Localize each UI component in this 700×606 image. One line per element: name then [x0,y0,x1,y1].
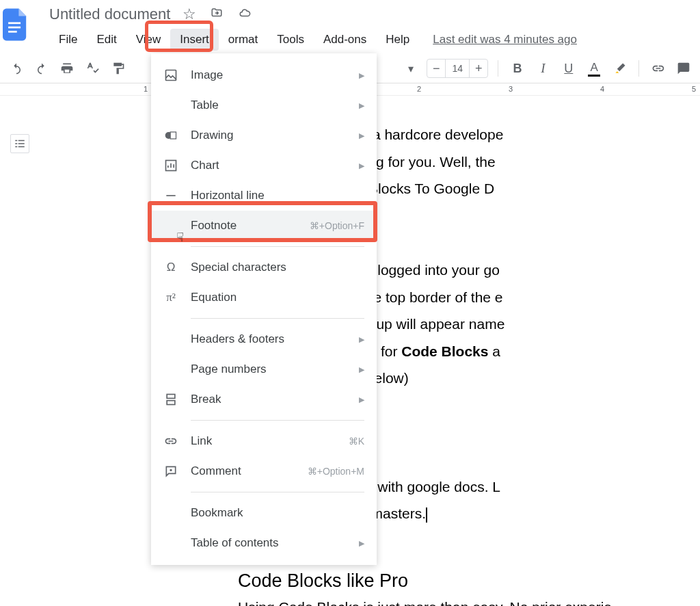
body-text: Using Code Blocks is just more than easy… [238,599,612,606]
submenu-arrow-icon: ▶ [359,101,364,110]
menu-item-comment[interactable]: Comment ⌘+Option+M [151,456,377,486]
svg-rect-14 [167,395,175,399]
document-title[interactable]: Untitled document [49,5,170,23]
bold-button[interactable]: B [508,59,526,78]
text-color-button[interactable]: A [585,59,604,78]
move-icon[interactable] [210,5,224,23]
menu-edit[interactable]: Edit [87,29,126,51]
menu-separator [191,246,364,247]
header: Untitled document ☆ File Edit View Inser… [0,0,700,51]
chart-icon [163,158,178,173]
page-numbers-icon [163,362,178,377]
menu-item-table-of-contents[interactable]: Table of contents ▶ [151,528,377,558]
menu-label: Page numbers [191,363,347,376]
star-icon[interactable]: ☆ [183,5,196,23]
underline-button[interactable]: U [559,59,578,78]
submenu-arrow-icon: ▶ [359,365,364,374]
font-size-increase[interactable]: + [470,60,487,77]
menu-label: Comment [191,464,295,478]
insert-link-button[interactable] [649,59,667,78]
svg-rect-0 [8,22,21,24]
menu-item-bookmark[interactable]: Bookmark [151,498,377,528]
font-size-decrease[interactable]: − [427,60,445,77]
menu-label: Equation [191,291,364,304]
paint-format-button[interactable] [109,59,128,78]
undo-button[interactable] [7,59,25,78]
menu-file[interactable]: File [49,29,87,51]
menu-item-headers-footers[interactable]: Headers & footers ▶ [151,324,377,354]
svg-rect-15 [167,401,175,405]
shortcut-text: ⌘+Option+M [308,466,364,477]
submenu-arrow-icon: ▶ [359,395,364,404]
menu-separator [191,420,364,421]
menu-label: Break [191,393,347,406]
ruler-mark-1: 1 [144,85,148,93]
submenu-arrow-icon: ▶ [359,539,364,548]
bookmark-icon [163,505,178,521]
comment-icon [163,464,178,479]
spellcheck-button[interactable] [83,59,102,78]
menu-item-chart[interactable]: Chart ▶ [151,150,377,181]
omega-icon: Ω [163,260,178,275]
font-size-value[interactable]: 14 [445,60,470,77]
menu-addons[interactable]: Add-ons [314,29,376,51]
menu-item-break[interactable]: Break ▶ [151,384,377,414]
print-button[interactable] [58,59,77,78]
toc-icon [163,536,178,551]
equation-icon: π² [163,290,178,305]
menu-format[interactable]: ormat [219,29,267,51]
menu-label: Image [191,68,347,82]
menu-insert[interactable]: Insert [170,29,219,51]
italic-button[interactable]: I [534,59,552,78]
menu-label: Chart [191,159,347,172]
menu-label: Table [191,98,347,112]
cloud-icon[interactable] [237,5,252,23]
svg-rect-3 [15,140,17,142]
ruler-mark-4: 4 [600,85,604,93]
highlight-button[interactable] [610,59,629,78]
font-size-group: − 14 + [427,59,488,78]
image-icon [163,68,178,83]
title-area: Untitled document ☆ File Edit View Inser… [30,1,700,51]
outline-icon[interactable] [10,134,29,153]
menu-item-equation[interactable]: π² Equation [151,282,377,313]
headers-icon [163,332,178,347]
menu-label: Table of contents [191,536,347,550]
ruler-mark-2: 2 [417,85,421,93]
svg-rect-6 [18,143,25,144]
link-icon [163,434,178,449]
footnote-icon [163,218,178,233]
menu-item-table[interactable]: Table ▶ [151,90,377,120]
menu-label: Bookmark [191,506,364,520]
font-dropdown-arrow[interactable]: ▾ [401,59,420,78]
menu-item-image[interactable]: Image ▶ [151,60,377,90]
menu-item-drawing[interactable]: Drawing ▶ [151,120,377,150]
last-edit-link[interactable]: Last edit was 4 minutes ago [433,29,577,51]
menu-item-link[interactable]: Link ⌘K [151,426,377,456]
svg-rect-2 [8,31,17,33]
svg-rect-9 [166,70,176,81]
break-icon [163,392,178,407]
svg-rect-5 [15,143,17,144]
shortcut-text: ⌘K [349,436,364,447]
shortcut-text: ⌘+Option+F [310,220,364,231]
insert-comment-button[interactable] [675,59,693,78]
menu-item-special-characters[interactable]: Ω Special characters [151,252,377,282]
horizontal-line-icon [163,188,178,203]
menu-item-page-numbers[interactable]: Page numbers ▶ [151,354,377,384]
menu-view[interactable]: View [126,29,171,51]
menu-item-horizontal-line[interactable]: Horizontal line [151,181,377,211]
menu-item-footnote[interactable]: Footnote ⌘+Option+F [151,211,377,241]
table-icon [163,98,178,113]
menu-help[interactable]: Help [376,29,419,51]
redo-button[interactable] [32,59,51,78]
menu-label: Horizontal line [191,189,364,202]
menu-tools[interactable]: Tools [267,29,314,51]
svg-rect-11 [170,132,176,139]
docs-logo[interactable] [0,5,30,44]
menu-separator [191,492,364,492]
svg-rect-7 [15,146,17,148]
menu-label: Special characters [191,261,364,274]
svg-rect-8 [18,146,25,148]
menu-label: Link [191,434,336,448]
